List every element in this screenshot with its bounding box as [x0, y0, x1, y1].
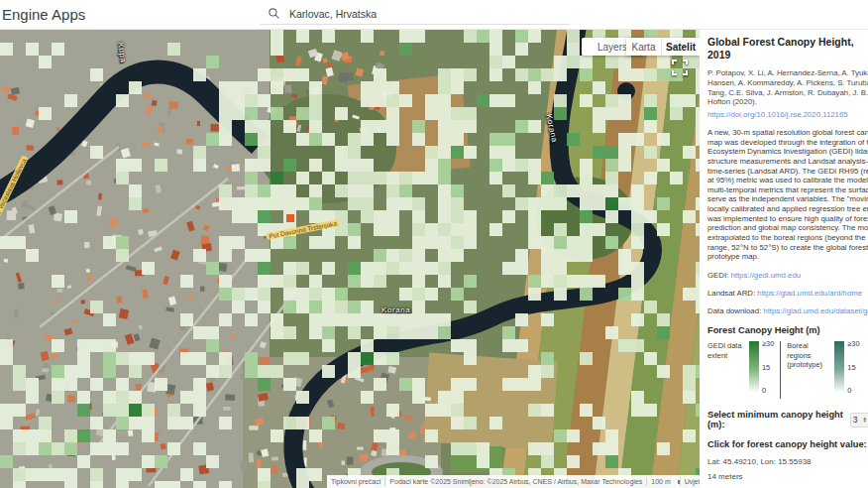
map-attribution-bar: Tipkovni prečaci Podaci karte ©2025 Snim…	[327, 475, 700, 488]
search-input[interactable]: Karlovac, Hrvatska	[289, 8, 377, 20]
keyboard-shortcuts-link[interactable]: Tipkovni prečaci	[327, 478, 384, 485]
app-window: Engine Apps Karlovac, Hrvatska	[0, 0, 868, 488]
tick: 15	[762, 363, 774, 372]
scale-label: 100 m	[647, 478, 674, 485]
spinner-arrows-icon: ▲▼	[863, 417, 867, 424]
legend-gedi-label: GEDI data extent	[707, 341, 745, 395]
description-text: A new, 30-m spatial resolution global fo…	[707, 128, 868, 262]
map-type-satellite-button[interactable]: Satelit	[662, 38, 700, 56]
page-title: Engine Apps	[2, 6, 85, 23]
min-height-dropdown[interactable]: 3 ▲▼	[850, 413, 868, 427]
landsat-ard-link[interactable]: https://glad.umd.edu/ard/home	[757, 289, 862, 298]
citation-text: P. Potapov, X. Li, A. Hernandez-Serna, A…	[707, 68, 868, 107]
min-height-value: 3	[853, 415, 858, 425]
fullscreen-button[interactable]	[672, 60, 688, 75]
map-type-toggle: Karta Satelit	[626, 38, 700, 56]
river-label-korana: Korana	[381, 305, 410, 314]
click-section-label: Click for forest canopy height value:	[707, 439, 868, 449]
data-download-link[interactable]: https://glad.umd.edu/dataset/gedi	[763, 306, 868, 315]
tick: 15	[847, 363, 859, 372]
top-bar: Engine Apps Karlovac, Hrvatska	[0, 0, 868, 30]
legend-gedi: GEDI data extent ≥30 15 0	[707, 341, 774, 395]
search-underline	[260, 24, 570, 25]
panel-title: Global Forest Canopy Height, 2019	[707, 36, 868, 61]
legend-boreal: Boreal regions (prototype) ≥30 15 0	[787, 341, 859, 395]
map-canvas[interactable]: Kupa Korana Korana Put Davorina Trstenja…	[0, 30, 700, 488]
tick: 0	[762, 386, 774, 395]
search-box[interactable]: Karlovac, Hrvatska	[260, 0, 570, 29]
legend-boreal-label: Boreal regions (prototype)	[787, 341, 830, 395]
tick: ≥30	[762, 339, 774, 348]
download-label: Data download:	[707, 306, 761, 315]
legend: GEDI data extent ≥30 15 0 Boreal regions…	[707, 341, 868, 399]
legend-title: Forest Canopy Height (m)	[707, 325, 868, 335]
clicked-coordinates: Lat: 45.49210, Lon: 15.55938	[707, 457, 868, 466]
tick: ≥30	[847, 339, 859, 348]
gedi-label: GEDI:	[707, 271, 728, 280]
gedi-link[interactable]: https://gedi.umd.edu	[730, 271, 801, 280]
legend-boreal-gradient	[834, 341, 844, 393]
fullscreen-icon	[672, 60, 688, 75]
min-height-label: Select minimum canopy height (m):	[707, 410, 845, 429]
canopy-height-readout: 14 meters	[707, 472, 868, 481]
landsat-label: Landsat ARD:	[707, 289, 755, 298]
map-type-map-button[interactable]: Karta	[626, 38, 662, 56]
doi-link[interactable]: https://doi.org/10.1016/j.rse.2020.11216…	[707, 110, 868, 119]
legend-divider	[780, 341, 781, 399]
search-icon	[268, 7, 280, 20]
map-data-credit: Podaci karte ©2025 Snimljeno: ©2025 Airb…	[385, 478, 646, 485]
terms-link[interactable]: Uvjeti	[681, 478, 700, 485]
tick: 0	[847, 386, 859, 395]
satellite-base	[0, 30, 700, 488]
legend-gedi-gradient	[749, 341, 759, 393]
info-panel: Global Forest Canopy Height, 2019 P. Pot…	[700, 30, 868, 488]
